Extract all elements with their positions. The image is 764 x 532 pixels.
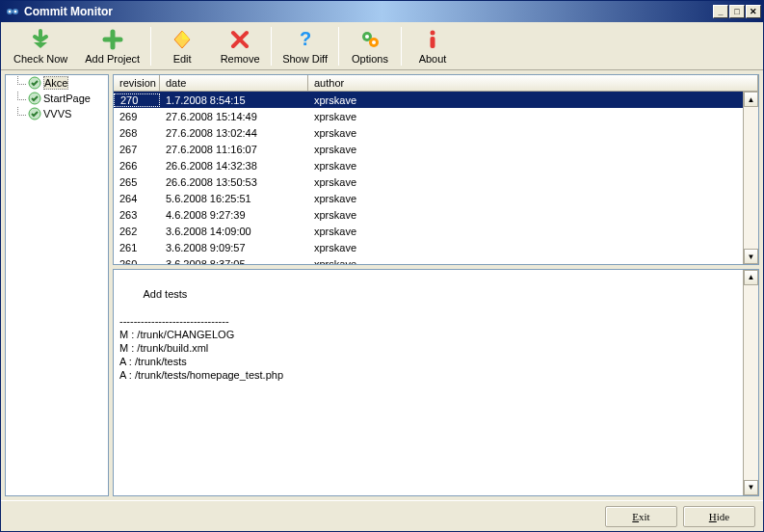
header-author[interactable]: author [308, 75, 758, 91]
cell-author: xprskave [308, 94, 743, 106]
toolbar: Check Now Add Project Edit Remove ? Show… [1, 22, 763, 70]
table-row[interactable]: 2645.6.2008 16:25:51xprskave [114, 190, 743, 206]
hide-accel: H [709, 511, 717, 522]
cell-date: 4.6.2008 9:27:39 [160, 209, 308, 221]
details-text: Add tests ------------------------------… [119, 288, 283, 381]
cell-revision: 261 [114, 242, 160, 253]
list-header: revision date author [114, 75, 758, 92]
tree-item[interactable]: Akce [6, 75, 108, 91]
x-icon [228, 28, 251, 51]
globe-check-icon [28, 107, 41, 120]
edit-label: Edit [173, 53, 192, 65]
cell-date: 26.6.2008 13:50:53 [160, 176, 308, 188]
cell-date: 1.7.2008 8:54:15 [160, 94, 308, 106]
cell-author: xprskave [308, 144, 743, 155]
table-row[interactable]: 26727.6.2008 11:16:07xprskave [114, 141, 743, 157]
cell-revision: 263 [114, 209, 160, 221]
table-row[interactable]: 2603.6.2008 8:37:05xprskave [114, 255, 743, 264]
svg-text:?: ? [299, 29, 310, 49]
scroll-up-button[interactable]: ▲ [744, 270, 758, 285]
remove-button[interactable]: Remove [211, 25, 269, 67]
tree-item[interactable]: VVVS [6, 106, 108, 121]
table-row[interactable]: 2701.7.2008 8:54:15xprskave [114, 92, 743, 108]
exit-button[interactable]: Exit [605, 506, 677, 527]
cell-date: 5.6.2008 16:25:51 [160, 193, 308, 204]
vertical-scrollbar[interactable]: ▲ ▼ [743, 92, 758, 264]
cell-author: xprskave [308, 209, 743, 221]
table-row[interactable]: 26526.6.2008 13:50:53xprskave [114, 173, 743, 190]
header-date[interactable]: date [160, 75, 308, 91]
scroll-track[interactable] [744, 285, 758, 480]
cell-revision: 260 [114, 258, 160, 265]
table-row[interactable]: 2634.6.2008 9:27:39xprskave [114, 206, 743, 223]
scroll-down-button[interactable]: ▼ [744, 249, 758, 264]
maximize-button[interactable]: □ [729, 5, 745, 18]
tree-item-label: VVVS [43, 108, 71, 120]
cell-revision: 267 [114, 144, 160, 155]
tree-item-label: Akce [43, 76, 68, 90]
info-icon [421, 28, 444, 51]
svg-point-6 [365, 35, 369, 39]
table-row[interactable]: 2613.6.2008 9:09:57xprskave [114, 239, 743, 255]
gear-icon [358, 28, 382, 51]
window-title: Commit Monitor [24, 5, 713, 18]
tree-item-label: StartPage [43, 93, 91, 104]
commit-list: revision date author 2701.7.2008 8:54:15… [113, 74, 759, 265]
cell-date: 3.6.2008 9:09:57 [160, 242, 308, 253]
check-now-label: Check Now [13, 53, 67, 65]
cell-date: 27.6.2008 15:14:49 [160, 111, 308, 122]
tree-item[interactable]: StartPage [6, 91, 108, 106]
cell-author: xprskave [308, 226, 743, 237]
footer: Exit Hide [1, 500, 763, 531]
project-tree[interactable]: AkceStartPageVVVS [5, 74, 109, 496]
table-row[interactable]: 26927.6.2008 15:14:49xprskave [114, 108, 743, 124]
globe-check-icon [28, 76, 41, 90]
content-area: AkceStartPageVVVS revision date author 2… [1, 70, 763, 500]
main-window: Commit Monitor _ □ ✕ Check Now Add Proje… [0, 0, 764, 532]
titlebar[interactable]: Commit Monitor _ □ ✕ [1, 1, 763, 22]
cell-date: 3.6.2008 14:09:00 [160, 226, 308, 237]
hide-rest: ide [717, 511, 729, 522]
separator [338, 27, 339, 66]
svg-rect-10 [431, 37, 435, 48]
scroll-down-button[interactable]: ▼ [744, 480, 758, 495]
cell-author: xprskave [308, 127, 743, 139]
cell-date: 26.6.2008 14:32:38 [160, 160, 308, 172]
show-diff-button[interactable]: ? Show Diff [274, 25, 336, 67]
about-button[interactable]: About [404, 25, 461, 67]
separator [271, 27, 272, 66]
globe-check-icon [28, 92, 41, 105]
table-row[interactable]: 2623.6.2008 14:09:00xprskave [114, 223, 743, 239]
add-project-button[interactable]: Add Project [76, 25, 148, 67]
show-diff-label: Show Diff [282, 53, 328, 65]
cell-author: xprskave [308, 176, 743, 188]
commit-details[interactable]: Add tests ------------------------------… [113, 269, 759, 496]
scroll-up-button[interactable]: ▲ [744, 92, 758, 107]
options-button[interactable]: Options [341, 25, 399, 67]
check-now-button[interactable]: Check Now [5, 25, 76, 67]
vertical-scrollbar[interactable]: ▲ ▼ [743, 270, 758, 495]
add-project-label: Add Project [85, 53, 140, 65]
app-icon [5, 4, 20, 19]
svg-point-9 [431, 30, 435, 35]
separator [150, 27, 151, 66]
edit-button[interactable]: Edit [153, 25, 211, 67]
cell-revision: 268 [114, 127, 160, 139]
list-body[interactable]: 2701.7.2008 8:54:15xprskave26927.6.2008 … [114, 92, 758, 264]
cell-author: xprskave [308, 258, 743, 265]
cell-author: xprskave [308, 193, 743, 204]
close-button[interactable]: ✕ [746, 5, 761, 18]
minimize-button[interactable]: _ [713, 5, 728, 18]
main-area: revision date author 2701.7.2008 8:54:15… [113, 74, 759, 496]
options-label: Options [352, 53, 388, 65]
cell-date: 3.6.2008 8:37:05 [160, 258, 308, 265]
question-icon: ? [294, 28, 317, 51]
cell-author: xprskave [308, 111, 743, 122]
hide-button[interactable]: Hide [683, 506, 755, 527]
cell-author: xprskave [308, 242, 743, 253]
table-row[interactable]: 26827.6.2008 13:02:44xprskave [114, 124, 743, 141]
scroll-track[interactable] [744, 107, 758, 249]
cell-date: 27.6.2008 11:16:07 [160, 144, 308, 155]
table-row[interactable]: 26626.6.2008 14:32:38xprskave [114, 157, 743, 173]
header-revision[interactable]: revision [114, 75, 160, 91]
